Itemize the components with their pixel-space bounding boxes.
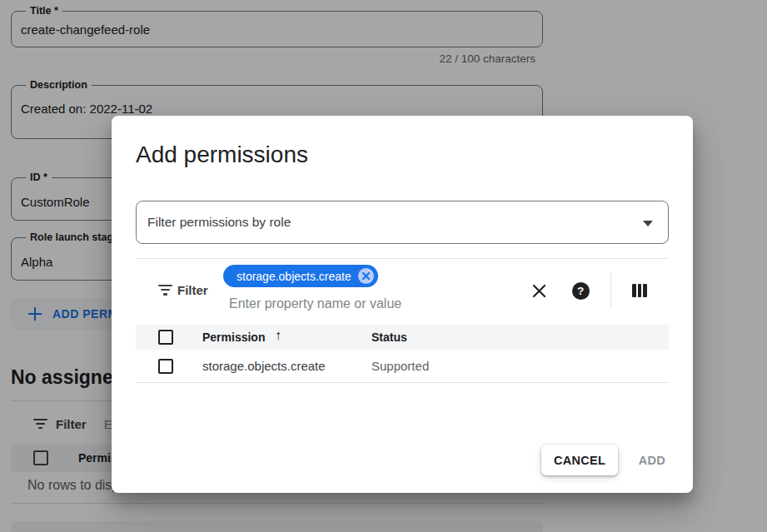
filter-permissions-by-role-select[interactable]: Filter permissions by role [136,201,669,244]
chevron-down-icon [643,221,653,226]
filter-label: Filter [177,283,208,297]
permission-cell: storage.objects.create [202,359,326,373]
chip-remove-icon[interactable] [358,268,374,284]
filter-input[interactable] [229,295,504,313]
permission-column-header[interactable]: Permission [202,331,265,344]
divider [136,258,669,259]
help-button[interactable]: ? [570,280,591,301]
table-row[interactable]: storage.objects.create Supported [136,350,669,383]
role-select-placeholder: Filter permissions by role [147,215,291,230]
permissions-table-header: Permission ↑ Status [136,325,669,350]
select-all-checkbox[interactable] [158,330,173,345]
close-icon [531,283,547,299]
add-button[interactable]: ADD [626,445,678,475]
divider [610,272,611,309]
create-role-page: Title * create-changefeed-role 22 / 100 … [0,0,767,532]
cancel-button[interactable]: CANCEL [541,445,618,475]
sort-ascending-icon[interactable]: ↑ [275,328,281,343]
columns-icon [632,284,647,297]
dialog-title: Add permissions [136,142,308,168]
filter-chip[interactable]: storage.objects.create [223,265,378,287]
help-icon: ? [572,282,590,300]
clear-filters-button[interactable] [528,280,550,301]
add-permissions-dialog: Add permissions Filter permissions by ro… [112,116,693,493]
row-checkbox[interactable] [158,359,173,374]
status-column-header[interactable]: Status [371,331,407,344]
column-display-options-button[interactable] [629,280,650,301]
filter-chip-label: storage.objects.create [237,270,351,283]
status-cell: Supported [371,359,429,373]
filter-list-icon [158,285,172,296]
